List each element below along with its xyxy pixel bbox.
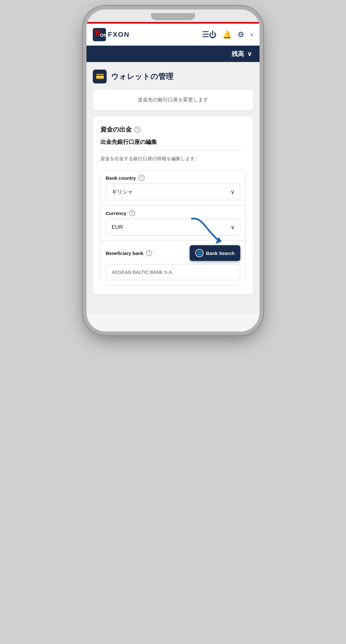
wallet-icon: 💳: [93, 70, 107, 83]
section-card: 資金の出金 ? 出金先銀行口座の編集 資金を出金する銀行口座の情報を編集します。…: [93, 116, 253, 294]
beneficiary-bank-label-row: Beneficiary bank ? 🌐 Bank Search: [101, 241, 245, 264]
beneficiary-bank-label: Beneficiary bank: [106, 251, 143, 256]
bank-country-field-group: Bank country ? ギリシャ 日本 アメリカ ∨: [101, 170, 245, 206]
bank-form-card: Bank country ? ギリシャ 日本 アメリカ ∨: [100, 170, 246, 285]
page-title-row: 💳 ウォレットの管理: [93, 70, 253, 83]
currency-field-group: Currency ? EUR USD JPY GBP ∨: [101, 206, 245, 241]
bank-country-label: Bank country: [106, 175, 136, 181]
info-text: 送金先の銀行口座を変更します: [138, 97, 208, 102]
phone-frame: ON FXON ☰ ⏻ 🔔 ⚙ ∨ 残高 ∨ 💳 ウォレットの管理 送金先の銀行…: [87, 9, 260, 331]
logo: ON FXON: [93, 28, 197, 41]
info-card: 送金先の銀行口座を変更します: [93, 90, 253, 110]
gear-icon[interactable]: ⚙: [237, 30, 244, 39]
power-icon[interactable]: ⏻: [209, 30, 217, 39]
bank-name-input-wrapper: [106, 264, 240, 280]
currency-select[interactable]: EUR USD JPY GBP: [106, 219, 240, 235]
balance-bar[interactable]: 残高 ∨: [87, 46, 260, 62]
header-chevron-icon[interactable]: ∨: [250, 32, 253, 37]
bank-country-select[interactable]: ギリシャ 日本 アメリカ: [106, 184, 240, 200]
bank-search-button[interactable]: 🌐 Bank Search: [190, 245, 240, 261]
svg-text:ON: ON: [100, 33, 106, 38]
phone-notch-area: [87, 9, 260, 22]
globe-icon: 🌐: [195, 249, 204, 257]
bank-country-label-row: Bank country ?: [101, 170, 245, 184]
notch: [151, 13, 195, 20]
bank-name-input[interactable]: [106, 264, 240, 280]
section-desc: 資金を出金する銀行口座の情報を編集します。: [100, 155, 246, 162]
currency-label: Currency: [106, 211, 126, 216]
bank-country-select-wrapper: ギリシャ 日本 アメリカ ∨: [106, 184, 240, 200]
page-title: ウォレットの管理: [111, 71, 173, 82]
currency-select-wrapper: EUR USD JPY GBP ∨: [106, 219, 240, 235]
balance-chevron-icon: ∨: [247, 50, 252, 58]
fxon-logo-icon: ON: [93, 28, 106, 41]
section-divider: [100, 150, 246, 150]
currency-label-row: Currency ?: [101, 206, 245, 219]
bank-search-button-label: Bank Search: [206, 251, 235, 256]
section-subtitle: 出金先銀行口座の編集: [100, 138, 246, 146]
currency-help-icon[interactable]: ?: [129, 210, 135, 216]
section-title-text: 資金の出金: [100, 125, 132, 134]
section-title-row: 資金の出金 ?: [100, 125, 246, 134]
logo-text: FXON: [108, 31, 130, 39]
balance-label: 残高: [232, 50, 244, 58]
header-icons: ⏻ 🔔 ⚙ ∨: [209, 30, 253, 39]
beneficiary-bank-field-group: Beneficiary bank ? 🌐 Bank Search: [101, 241, 245, 280]
beneficiary-bank-help-icon[interactable]: ?: [146, 250, 152, 256]
section-title-help-icon[interactable]: ?: [134, 127, 141, 133]
app-header: ON FXON ☰ ⏻ 🔔 ⚙ ∨: [87, 24, 260, 46]
bank-country-help-icon[interactable]: ?: [138, 175, 145, 181]
bell-icon[interactable]: 🔔: [222, 30, 232, 39]
page-content: 💳 ウォレットの管理 送金先の銀行口座を変更します 資金の出金 ? 出金先銀行口…: [87, 62, 260, 314]
hamburger-menu-icon[interactable]: ☰: [202, 30, 209, 39]
